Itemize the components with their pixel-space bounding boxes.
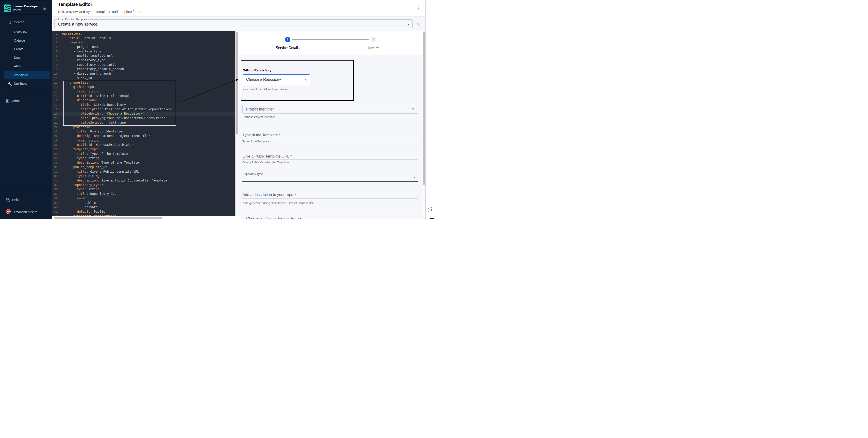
svg-text:?: ? [7,198,8,200]
